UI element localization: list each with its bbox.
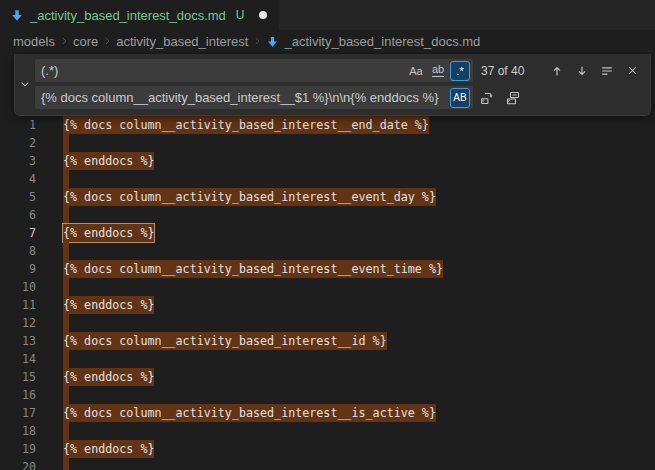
code-line[interactable]: 5{% docs column__activity_based_interest… [0, 188, 655, 206]
find-match-highlight: {% enddocs %} [63, 152, 154, 170]
find-match-highlight: {% enddocs %} [63, 440, 154, 458]
find-match-highlight: {% docs column__activity_based_interest_… [63, 332, 387, 350]
regex-toggle[interactable]: .* [450, 61, 470, 81]
close-find-button[interactable] [622, 61, 642, 81]
breadcrumb-item-core[interactable]: core [73, 34, 98, 49]
line-number: 17 [0, 404, 36, 422]
code-line[interactable]: 16 [0, 386, 655, 404]
line-text[interactable]: {% docs column__activity_based_interest_… [63, 260, 443, 278]
line-text[interactable]: {% enddocs %} [63, 224, 154, 242]
find-input[interactable]: (.*) Aa ab .* [35, 59, 473, 82]
toggle-replace-button[interactable] [15, 59, 35, 109]
code-area[interactable]: 1{% docs column__activity_based_interest… [0, 116, 655, 470]
line-text[interactable]: {% docs column__activity_based_interest_… [63, 404, 436, 422]
line-text[interactable] [63, 206, 69, 224]
line-text[interactable] [63, 422, 69, 440]
find-match-highlight [63, 422, 69, 440]
modified-dot-icon[interactable] [259, 11, 267, 19]
next-match-button[interactable] [572, 61, 592, 81]
find-match-highlight [63, 134, 69, 152]
find-match-highlight [63, 278, 69, 296]
line-number: 7 [0, 224, 36, 242]
line-text[interactable] [63, 134, 69, 152]
line-text[interactable] [63, 386, 69, 404]
find-match-highlight [63, 170, 69, 188]
line-text[interactable] [63, 278, 69, 296]
find-match-highlight: {% docs column__activity_based_interest_… [63, 404, 436, 422]
code-line[interactable]: 20 [0, 458, 655, 470]
code-line[interactable]: 12 [0, 314, 655, 332]
match-case-toggle[interactable]: Aa [406, 61, 426, 81]
find-in-selection-button[interactable] [597, 61, 617, 81]
line-number: 10 [0, 278, 36, 296]
code-line[interactable]: 7{% enddocs %} [0, 224, 655, 242]
line-text[interactable]: {% enddocs %} [63, 440, 154, 458]
selection-lines-icon [600, 64, 614, 78]
tab-active-file[interactable]: _activity_based_interest_docs.md U [0, 0, 279, 30]
code-line[interactable]: 17{% docs column__activity_based_interes… [0, 404, 655, 422]
line-text[interactable] [63, 350, 69, 368]
line-text[interactable]: {% docs column__activity_based_interest_… [63, 188, 436, 206]
find-match-highlight: {% docs column__activity_based_interest_… [63, 188, 436, 206]
code-line[interactable]: 6 [0, 206, 655, 224]
code-line[interactable]: 9{% docs column__activity_based_interest… [0, 260, 655, 278]
find-query-text: (.*) [41, 63, 404, 78]
markdown-file-icon [266, 35, 279, 48]
chevron-right-icon [252, 36, 262, 46]
code-line[interactable]: 18 [0, 422, 655, 440]
code-line[interactable]: 11{% enddocs %} [0, 296, 655, 314]
editor-pane[interactable]: (.*) Aa ab .* 37 of 40 [0, 52, 655, 470]
find-match-highlight: {% docs column__activity_based_interest_… [63, 116, 429, 134]
line-number: 3 [0, 152, 36, 170]
replace-button[interactable] [477, 88, 497, 108]
arrow-up-icon [550, 64, 564, 78]
arrow-down-icon [575, 64, 589, 78]
chevron-down-icon [19, 78, 31, 90]
replace-all-button[interactable] [503, 88, 523, 108]
line-text[interactable]: {% docs column__activity_based_interest_… [63, 332, 387, 350]
line-text[interactable] [63, 314, 69, 332]
code-line[interactable]: 2 [0, 134, 655, 152]
line-text[interactable] [63, 242, 69, 260]
line-text[interactable] [63, 458, 69, 470]
line-text[interactable]: {% docs column__activity_based_interest_… [63, 116, 429, 134]
code-line[interactable]: 14 [0, 350, 655, 368]
line-number: 15 [0, 368, 36, 386]
breadcrumb-item-folder[interactable]: activity_based_interest [116, 34, 248, 49]
find-match-highlight: {% docs column__activity_based_interest_… [63, 260, 443, 278]
line-text[interactable]: {% enddocs %} [63, 368, 154, 386]
breadcrumb-item-file[interactable]: _activity_based_interest_docs.md [266, 34, 480, 49]
git-status-badge: U [236, 8, 245, 22]
find-match-highlight [63, 314, 69, 332]
code-line[interactable]: 1{% docs column__activity_based_interest… [0, 116, 655, 134]
line-text[interactable]: {% enddocs %} [63, 152, 154, 170]
find-match-highlight [63, 458, 69, 470]
find-match-highlight: {% enddocs %} [63, 296, 154, 314]
line-number: 8 [0, 242, 36, 260]
find-match-highlight [63, 350, 69, 368]
code-line[interactable]: 13{% docs column__activity_based_interes… [0, 332, 655, 350]
breadcrumb-item-models[interactable]: models [13, 34, 55, 49]
find-replace-widget: (.*) Aa ab .* 37 of 40 [14, 54, 651, 116]
line-number: 20 [0, 458, 36, 470]
code-line[interactable]: 15{% enddocs %} [0, 368, 655, 386]
replace-icon [479, 90, 495, 106]
code-line[interactable]: 8 [0, 242, 655, 260]
previous-match-button[interactable] [547, 61, 567, 81]
whole-word-toggle[interactable]: ab [428, 61, 448, 81]
code-line[interactable]: 4 [0, 170, 655, 188]
code-line[interactable]: 3{% enddocs %} [0, 152, 655, 170]
chevron-right-icon [102, 36, 112, 46]
code-line[interactable]: 19{% enddocs %} [0, 440, 655, 458]
tab-bar: _activity_based_interest_docs.md U [0, 0, 655, 30]
replace-value-text: {% docs column__activity_based_interest_… [41, 90, 448, 105]
line-text[interactable]: {% enddocs %} [63, 296, 154, 314]
preserve-case-toggle[interactable]: AB [450, 88, 470, 108]
line-number: 4 [0, 170, 36, 188]
line-number: 11 [0, 296, 36, 314]
code-line[interactable]: 10 [0, 278, 655, 296]
line-number: 16 [0, 386, 36, 404]
replace-all-icon [505, 90, 521, 106]
replace-input[interactable]: {% docs column__activity_based_interest_… [35, 86, 473, 109]
line-text[interactable] [63, 170, 69, 188]
